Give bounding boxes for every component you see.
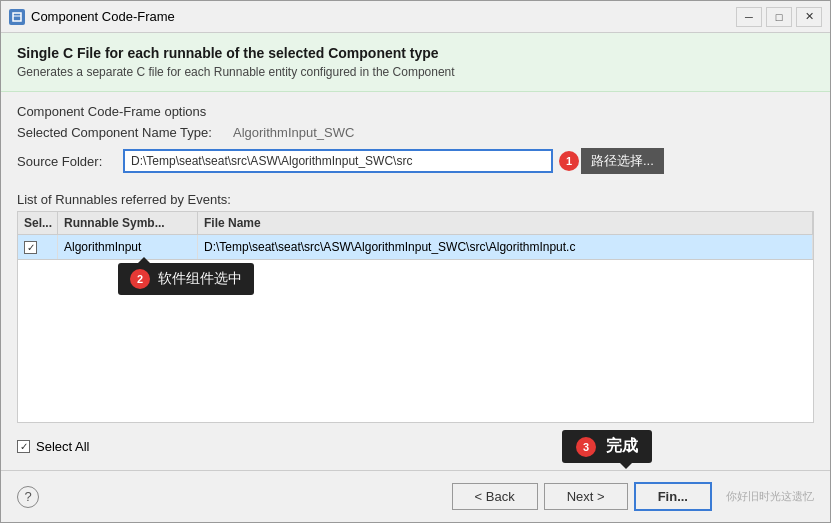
table-header: Sel... Runnable Symb... File Name <box>18 212 813 235</box>
path-select-button[interactable]: 路径选择... <box>581 148 664 174</box>
footer: ? < Back Next > Fin... 3 完成 你好旧时光这遗忆 <box>1 470 830 522</box>
titlebar: Component Code-Frame ─ □ ✕ <box>1 1 830 33</box>
finish-tooltip-text: 完成 <box>606 436 638 457</box>
col-runnable: Runnable Symb... <box>58 212 198 234</box>
options-section: Component Code-Frame options Selected Co… <box>17 104 814 182</box>
finish-tooltip: 3 完成 <box>562 430 652 463</box>
list-section-label: List of Runnables referred by Events: <box>17 192 814 207</box>
col-filename: File Name <box>198 212 813 234</box>
watermark: 你好旧时光这遗忆 <box>726 489 814 504</box>
component-name-label: Selected Component Name Type: <box>17 125 227 140</box>
source-folder-input[interactable] <box>123 149 553 173</box>
tooltip-text: 软件组件选中 <box>158 270 242 288</box>
next-button[interactable]: Next > <box>544 483 628 510</box>
header-section: Single C File for each runnable of the s… <box>1 33 830 92</box>
cell-select[interactable] <box>18 235 58 259</box>
finish-badge: 3 <box>576 437 596 457</box>
finish-container: Fin... 3 完成 <box>634 482 712 511</box>
component-name-value: AlgorithmInput_SWC <box>233 125 354 140</box>
source-folder-label: Source Folder: <box>17 154 117 169</box>
app-icon <box>9 9 25 25</box>
back-button[interactable]: < Back <box>452 483 538 510</box>
minimize-button[interactable]: ─ <box>736 7 762 27</box>
help-button[interactable]: ? <box>17 486 39 508</box>
cell-filename: D:\Temp\seat\seat\src\ASW\AlgorithmInput… <box>198 235 813 259</box>
titlebar-left: Component Code-Frame <box>9 9 175 25</box>
content-area: Component Code-Frame options Selected Co… <box>1 92 830 470</box>
path-badge: 1 <box>559 151 579 171</box>
row-checkbox[interactable] <box>24 241 37 254</box>
runnables-section: List of Runnables referred by Events: Se… <box>17 192 814 423</box>
svg-rect-0 <box>13 13 21 21</box>
runnables-table: Sel... Runnable Symb... File Name Algori… <box>17 211 814 423</box>
footer-right: < Back Next > Fin... 3 完成 你好旧时光这遗忆 <box>452 482 814 511</box>
footer-left: ? <box>17 486 39 508</box>
tooltip-badge: 2 <box>130 269 150 289</box>
table-row: AlgorithmInput D:\Temp\seat\seat\src\ASW… <box>18 235 813 260</box>
component-name-row: Selected Component Name Type: AlgorithmI… <box>17 125 814 140</box>
col-select: Sel... <box>18 212 58 234</box>
titlebar-controls: ─ □ ✕ <box>736 7 822 27</box>
select-all-label: Select All <box>36 439 89 454</box>
window-title: Component Code-Frame <box>31 9 175 24</box>
header-title: Single C File for each runnable of the s… <box>17 45 814 61</box>
cell-runnable: AlgorithmInput <box>58 235 198 259</box>
maximize-button[interactable]: □ <box>766 7 792 27</box>
header-subtitle: Generates a separate C file for each Run… <box>17 65 814 79</box>
select-all-checkbox[interactable] <box>17 440 30 453</box>
finish-button[interactable]: Fin... <box>634 482 712 511</box>
source-folder-row: Source Folder: 1 路径选择... <box>17 148 814 174</box>
main-window: Component Code-Frame ─ □ ✕ Single C File… <box>0 0 831 523</box>
runnable-tooltip: 2 软件组件选中 <box>118 263 254 295</box>
select-all-row: Select All <box>17 433 814 458</box>
options-section-label: Component Code-Frame options <box>17 104 814 119</box>
path-button-container: 1 路径选择... <box>559 148 664 174</box>
close-button[interactable]: ✕ <box>796 7 822 27</box>
